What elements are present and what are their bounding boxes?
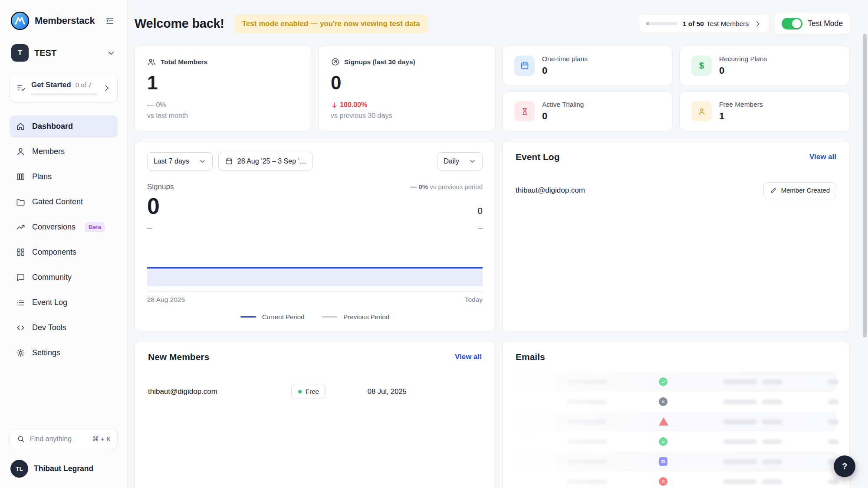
list-icon xyxy=(16,298,26,308)
grid-icon xyxy=(16,247,26,257)
member-created-badge[interactable]: Member Created xyxy=(763,182,836,198)
chevron-right-icon xyxy=(102,84,111,92)
chevron-right-icon xyxy=(754,20,762,28)
previous-period-value: 0 xyxy=(477,206,483,219)
mini-stat-label: One-time plans xyxy=(542,55,588,63)
workspace-name: TEST xyxy=(34,48,56,58)
sidebar-item-gated-content[interactable]: Gated Content xyxy=(10,191,118,213)
previous-period-dash: – xyxy=(478,223,483,233)
sidebar-item-label: Dev Tools xyxy=(32,323,66,332)
get-started-progress xyxy=(31,93,98,95)
chevron-down-icon xyxy=(199,157,206,165)
sidebar-item-conversions[interactable]: Conversions Beta xyxy=(10,216,118,238)
check-circle-icon xyxy=(659,377,667,386)
mini-stat-value: 1 xyxy=(719,111,763,122)
test-members-progress[interactable]: 1 of 50 Test Members xyxy=(639,15,769,33)
sidebar-item-label: Plans xyxy=(32,172,52,181)
current-period-dash: – xyxy=(147,223,152,233)
gear-icon xyxy=(16,348,26,358)
arrow-down-icon xyxy=(331,102,338,109)
card-title: Event Log xyxy=(516,152,560,162)
mini-stats-grid: One-time plans 0 $ Recurring Plans 0 Act… xyxy=(503,46,850,131)
collapse-sidebar-button[interactable] xyxy=(103,14,117,28)
beta-badge: Beta xyxy=(85,222,105,232)
sidebar-item-label: Settings xyxy=(32,348,60,357)
user-name: Thibaut Legrand xyxy=(34,464,93,473)
page-title: Welcome back! xyxy=(135,16,224,31)
total-members-card: Total Members 1 — 0% vs last month xyxy=(135,46,312,131)
test-members-progress-bar xyxy=(646,22,677,25)
stat-value: 1 xyxy=(147,73,299,92)
collapse-sidebar-icon xyxy=(105,16,115,26)
card-title: Emails xyxy=(516,352,545,362)
test-mode-banner: Test mode enabled — you're now viewing t… xyxy=(235,14,427,33)
previous-period-swatch xyxy=(322,316,337,318)
sidebar-item-components[interactable]: Components xyxy=(10,241,118,263)
x-circle-icon xyxy=(659,477,667,486)
sidebar-item-plans[interactable]: Plans xyxy=(10,166,118,188)
range-select[interactable]: Last 7 days xyxy=(147,152,213,170)
mail-template-icon xyxy=(659,457,667,466)
sidebar-item-dashboard[interactable]: Dashboard xyxy=(10,115,118,138)
sidebar-item-dev-tools[interactable]: Dev Tools xyxy=(10,317,118,339)
hourglass-icon xyxy=(514,101,535,121)
search-shortcut: ⌘ + K xyxy=(92,435,111,443)
stat-compare: vs last month xyxy=(147,112,299,120)
stat-value: 0 xyxy=(331,73,483,92)
sidebar-item-settings[interactable]: Settings xyxy=(10,342,118,364)
chart-legend: Current Period Previous Period xyxy=(147,313,483,321)
sidebar-item-label: Dashboard xyxy=(32,122,73,131)
sidebar-item-label: Components xyxy=(32,248,76,257)
test-members-label: Test Members xyxy=(707,20,749,28)
search-input[interactable]: Find anything ⌘ + K xyxy=(10,429,118,449)
signups-card: Signups (last 30 days) 0 100.00% vs prev… xyxy=(318,46,496,131)
pencil-icon xyxy=(770,187,777,194)
emails-card: Emails xyxy=(502,341,850,488)
test-mode-label: Test Mode xyxy=(808,19,843,28)
active-trialing-card: Active Trialing 0 xyxy=(503,92,673,132)
test-mode-toggle[interactable] xyxy=(782,18,802,29)
topbar: Welcome back! Test mode enabled — you're… xyxy=(135,13,850,34)
avatar: TL xyxy=(10,460,28,478)
new-member-row[interactable]: thibaut@digidop.com Free 08 Jul, 2025 xyxy=(148,384,482,399)
sidebar-item-community[interactable]: Community xyxy=(10,266,118,288)
x-axis-end: Today xyxy=(465,296,483,304)
get-started-card[interactable]: Get Started 0 of 7 xyxy=(10,74,118,102)
test-members-count: 1 of 50 xyxy=(683,20,704,28)
chevron-down-icon xyxy=(106,48,116,58)
signups-chart-card: Last 7 days 28 Aug ’25 – 3 Sep ’… Daily … xyxy=(135,141,495,331)
free-plan-dot xyxy=(298,390,302,393)
scrollbar[interactable] xyxy=(863,0,867,488)
date-range-button[interactable]: 28 Aug ’25 – 3 Sep ’… xyxy=(218,152,313,170)
email-skeleton-row xyxy=(516,472,836,488)
new-members-view-all-link[interactable]: View all xyxy=(455,353,482,361)
mini-stat-value: 0 xyxy=(719,65,767,76)
sidebar-item-label: Gated Content xyxy=(32,197,83,206)
member-date: 08 Jul, 2025 xyxy=(368,387,407,396)
event-log-card: Event Log View all thibaut@digidop.com M… xyxy=(502,141,850,331)
signup-arrow-icon xyxy=(331,57,340,66)
main-content: Welcome back! Test mode enabled — you're… xyxy=(128,0,868,488)
scrollbar-thumb[interactable] xyxy=(863,34,867,337)
workspace-selector[interactable]: T TEST xyxy=(10,44,118,62)
search-placeholder: Find anything xyxy=(30,435,72,443)
chevron-down-icon xyxy=(469,157,476,165)
brand-row: Memberstack xyxy=(10,11,118,30)
code-icon xyxy=(16,323,26,333)
mini-stat-value: 0 xyxy=(542,111,584,122)
user-menu[interactable]: TL Thibaut Legrand xyxy=(10,460,118,478)
help-button[interactable]: ? xyxy=(834,455,855,477)
granularity-select[interactable]: Daily xyxy=(437,152,483,170)
sidebar-item-members[interactable]: Members xyxy=(10,141,118,163)
event-log-view-all-link[interactable]: View all xyxy=(809,153,836,161)
sidebar-item-event-log[interactable]: Event Log xyxy=(10,291,118,314)
stat-label: Total Members xyxy=(161,58,207,66)
folder-icon xyxy=(16,197,26,207)
chart-area-fill xyxy=(147,267,483,286)
x-circle-icon xyxy=(659,397,667,406)
mini-stat-label: Recurring Plans xyxy=(719,55,767,63)
check-circle-icon xyxy=(659,437,667,446)
get-started-count: 0 of 7 xyxy=(76,81,92,88)
test-mode-control: Test Mode xyxy=(775,13,850,34)
email-skeleton-row xyxy=(516,412,836,432)
